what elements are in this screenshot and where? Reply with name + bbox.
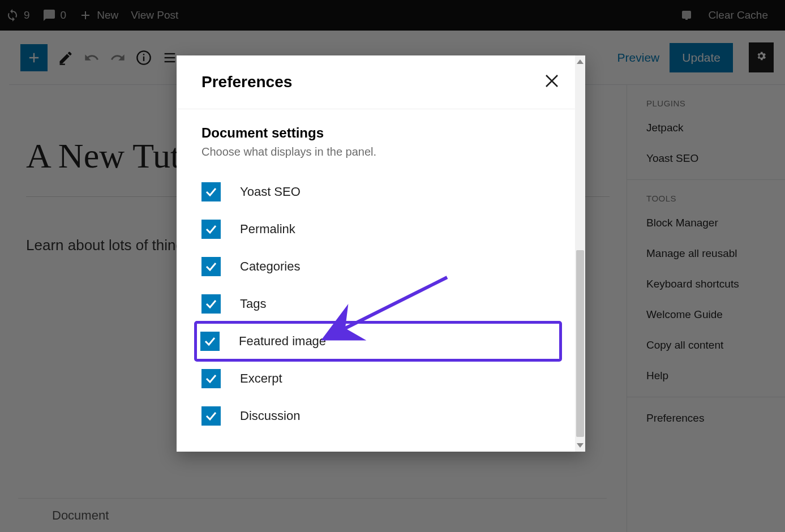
- modal-scrollbar[interactable]: [575, 55, 585, 452]
- section-desc: Choose what displays in the panel.: [201, 145, 560, 158]
- checkbox-tags[interactable]: [201, 294, 221, 314]
- scroll-thumb[interactable]: [576, 250, 584, 437]
- check-icon: [204, 260, 218, 273]
- pref-label: Yoast SEO: [240, 185, 301, 199]
- pref-row-categories[interactable]: Categories: [201, 248, 560, 285]
- pref-label: Categories: [240, 259, 300, 274]
- check-icon: [204, 297, 218, 311]
- modal-header: Preferences: [177, 55, 585, 109]
- pref-label: Permalink: [240, 222, 295, 237]
- pref-label: Featured image: [239, 334, 326, 349]
- modal-title: Preferences: [201, 73, 292, 91]
- scroll-up-icon[interactable]: [577, 57, 584, 64]
- modal-body: Document settings Choose what displays i…: [177, 109, 585, 451]
- checkbox-permalink[interactable]: [201, 220, 221, 239]
- check-icon: [204, 409, 218, 423]
- checkbox-excerpt[interactable]: [201, 369, 221, 388]
- check-icon: [203, 334, 217, 348]
- pref-row-discussion[interactable]: Discussion: [201, 397, 560, 435]
- check-icon: [204, 372, 218, 385]
- pref-row-tags[interactable]: Tags: [201, 285, 560, 323]
- pref-row-excerpt[interactable]: Excerpt: [201, 360, 560, 397]
- pref-row-yoast[interactable]: Yoast SEO: [201, 173, 560, 211]
- section-title: Document settings: [201, 125, 560, 141]
- check-icon: [204, 222, 218, 236]
- pref-row-featured-image[interactable]: Featured image: [196, 323, 560, 360]
- pref-label: Tags: [240, 297, 266, 311]
- check-icon: [204, 185, 218, 199]
- scroll-down-icon[interactable]: [577, 443, 584, 450]
- pref-label: Discussion: [240, 409, 300, 423]
- checkbox-featured-image[interactable]: [200, 332, 220, 351]
- preferences-modal: Preferences Document settings Choose wha…: [177, 55, 585, 452]
- checkbox-categories[interactable]: [201, 257, 221, 276]
- checkbox-discussion[interactable]: [201, 406, 221, 426]
- pref-row-permalink[interactable]: Permalink: [201, 211, 560, 248]
- close-icon: [543, 72, 560, 89]
- close-button[interactable]: [543, 72, 560, 92]
- pref-label: Excerpt: [240, 371, 282, 386]
- checkbox-yoast[interactable]: [201, 182, 221, 201]
